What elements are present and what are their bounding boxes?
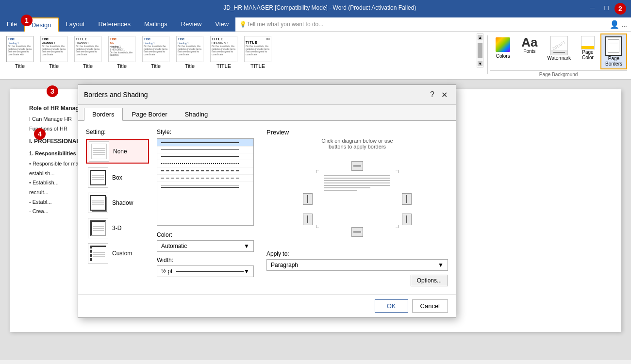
minimize-btn[interactable]: ─ <box>587 3 598 13</box>
style-item-5[interactable] <box>157 167 253 175</box>
style-item-2[interactable] <box>157 147 253 153</box>
tab-review[interactable]: Review <box>174 17 209 32</box>
page-background-buttons: Colors Aa Fonts DRAFT Watermark <box>490 33 627 69</box>
theme-item-6[interactable]: Title Heading 1 On the Insert tab, the g… <box>174 33 206 71</box>
apply-select[interactable]: Paragraph ▼ <box>266 259 448 271</box>
setting-shadow[interactable]: Shadow <box>86 192 149 214</box>
setting-none[interactable]: None <box>86 139 149 164</box>
gallery-scroll-up[interactable]: ▲ <box>478 35 482 40</box>
ribbon-content: Title Heading 1 On the Insert tab, the g… <box>0 32 631 80</box>
dialog-footer: OK Cancel <box>78 294 456 317</box>
border-btn-right[interactable] <box>402 193 412 205</box>
page-background-label: Page Background <box>490 70 627 77</box>
page-background-group: Colors Aa Fonts DRAFT Watermark <box>490 33 627 77</box>
tab-references[interactable]: References <box>91 17 137 32</box>
ok-button[interactable]: OK <box>375 299 408 313</box>
tell-me-input[interactable] <box>247 21 610 28</box>
theme-item-1[interactable]: Title Heading 1 On the Insert tab, the g… <box>4 33 36 71</box>
preview-doc <box>322 172 392 226</box>
border-btn-center-h[interactable] <box>303 214 313 225</box>
setting-custom[interactable]: Custom <box>86 242 149 265</box>
setting-column: Setting: <box>86 129 149 286</box>
dialog-close-btn[interactable]: ✕ <box>438 89 450 100</box>
theme-item-2[interactable]: Title HEADING 1 On the Insert tab, the g… <box>38 33 70 71</box>
fonts-btn[interactable]: Aa Fonts <box>517 33 542 69</box>
share-btn[interactable]: ... <box>621 20 627 28</box>
style-label: Style: <box>157 129 259 135</box>
dialog-tabs: Borders Page Border Shading <box>78 105 456 120</box>
dialog-tab-borders[interactable]: Borders <box>84 108 123 121</box>
dialog-tab-page-border[interactable]: Page Border <box>124 108 176 120</box>
fonts-icon: Aa <box>521 36 537 49</box>
borders-shading-dialog: Borders and Shading ? ✕ Borders Page Bor… <box>78 84 456 318</box>
setting-none-icon <box>89 141 109 162</box>
style-item-7[interactable] <box>157 182 253 191</box>
tab-mailings[interactable]: Mailings <box>137 17 174 32</box>
style-item-1[interactable] <box>157 139 253 147</box>
preview-area <box>289 155 425 243</box>
tab-layout[interactable]: Layout <box>59 17 91 32</box>
theme-item-8[interactable]: Title TITLE On the Insert tab, the galle… <box>242 33 274 71</box>
gallery-scrollbar-thumb[interactable] <box>478 43 482 58</box>
dialog-help-btn[interactable]: ? <box>430 90 434 99</box>
preview-label: Preview <box>266 129 448 136</box>
width-select[interactable]: ½ pt ▼ <box>157 265 254 277</box>
color-dropdown-arrow: ▼ <box>244 243 249 249</box>
border-btn-left[interactable] <box>303 193 313 205</box>
style-list[interactable] <box>157 138 254 226</box>
style-item-4[interactable] <box>157 160 253 167</box>
step-2-indicator: 2 <box>614 3 626 15</box>
border-btn-bottom[interactable] <box>351 227 363 237</box>
page-color-btn[interactable]: PageColor <box>576 33 599 63</box>
theme-gallery: Title Heading 1 On the Insert tab, the g… <box>4 33 475 71</box>
theme-item-5[interactable]: Title Heading 1 On the Insert tab the ga… <box>140 33 172 71</box>
options-button[interactable]: Options... <box>411 275 448 286</box>
maximize-btn[interactable]: □ <box>602 3 612 13</box>
page-color-icon <box>581 36 595 50</box>
apply-label: Apply to: <box>266 250 448 257</box>
preview-line-4 <box>324 182 390 183</box>
cancel-button[interactable]: Cancel <box>412 299 448 313</box>
colors-label: Colors <box>496 53 510 59</box>
title-bar: JD_HR MANAGER [Compatibility Mode] - Wor… <box>0 0 631 16</box>
tab-view[interactable]: View <box>208 17 235 32</box>
dialog-title: Borders and Shading <box>84 91 148 99</box>
theme-item-7[interactable]: TITLE HEADING 1 On the Insert tab, the g… <box>208 33 240 71</box>
tab-file[interactable]: File <box>0 17 24 32</box>
preview-line-3 <box>324 180 390 181</box>
width-label: Width: <box>157 257 259 264</box>
width-line-preview <box>176 271 244 272</box>
setting-shadow-label: Shadow <box>112 199 133 206</box>
gallery-scroll-down[interactable]: ▼ <box>478 61 482 66</box>
tab-design[interactable]: Design 1 <box>24 17 59 32</box>
setting-shadow-icon <box>88 193 108 213</box>
style-column: Style: <box>157 129 259 286</box>
border-btn-center-v[interactable] <box>402 214 412 225</box>
step-1-indicator: 1 <box>21 15 33 26</box>
theme-label-6: Title <box>185 63 195 69</box>
user-icon[interactable]: 👤 <box>610 20 619 29</box>
preview-line-6 <box>324 187 370 188</box>
theme-item-3[interactable]: TITLE HEADING 1 On the Insert tab, the g… <box>72 33 104 71</box>
preview-line-7 <box>324 190 357 191</box>
page-borders-btn[interactable]: PageBorders <box>600 33 627 69</box>
watermark-btn[interactable]: DRAFT Watermark <box>543 33 575 69</box>
setting-box-icon <box>88 167 108 188</box>
style-item-3[interactable] <box>157 153 253 160</box>
color-value: Automatic <box>161 243 187 249</box>
colors-btn[interactable]: Colors <box>490 33 516 69</box>
dialog-overlay: Borders and Shading ? ✕ Borders Page Bor… <box>0 80 631 360</box>
setting-3d[interactable]: 3-D <box>86 217 149 239</box>
dialog-tab-shading[interactable]: Shading <box>177 108 216 120</box>
width-value: ½ pt <box>161 268 172 275</box>
border-btn-top[interactable] <box>351 161 363 171</box>
theme-item-4[interactable]: Title Title Heading 1 1 HEADING 1On the … <box>106 33 138 71</box>
width-section: Width: ½ pt ▼ <box>157 257 259 277</box>
preview-column: Preview Click on diagram below or usebut… <box>266 129 448 286</box>
watermark-label: Watermark <box>547 55 571 61</box>
setting-box[interactable]: Box <box>86 166 149 189</box>
ribbon: File Design 1 Layout References Mailings… <box>0 16 631 80</box>
style-item-6[interactable] <box>157 175 253 182</box>
color-select[interactable]: Automatic ▼ <box>157 240 254 252</box>
setting-3d-label: 3-D <box>112 225 121 232</box>
